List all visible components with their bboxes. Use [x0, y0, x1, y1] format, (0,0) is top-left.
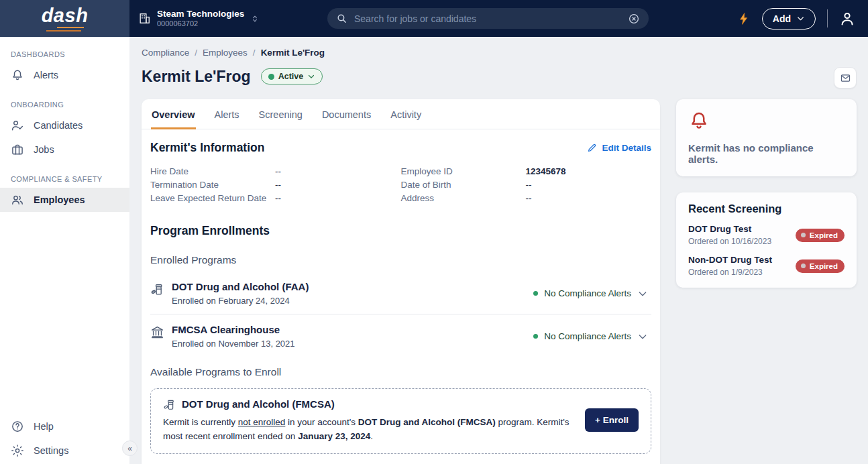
chevron-updown-icon — [250, 13, 260, 25]
screening-name: Non-DOT Drug Test — [688, 255, 772, 265]
tab-documents[interactable]: Documents — [321, 99, 372, 129]
field-hire-date: Hire Date -- — [150, 165, 401, 178]
info-fields: Hire Date -- Termination Date -- Leave E… — [150, 165, 651, 205]
app-logo[interactable]: dash — [0, 0, 129, 37]
badge-dot-icon — [801, 264, 806, 268]
sidebar-item-candidates[interactable]: Candidates — [0, 113, 129, 137]
field-label: Termination Date — [150, 178, 275, 192]
pill-bottle-icon — [163, 398, 176, 411]
chevron-down-icon[interactable] — [637, 331, 648, 342]
field-value: -- — [275, 165, 281, 178]
enroll-button[interactable]: + Enroll — [585, 408, 639, 432]
chevron-down-icon — [796, 14, 805, 23]
logo-text: dash — [42, 6, 89, 25]
compliance-alerts-card: Kermit has no compliance alerts. — [676, 99, 857, 176]
tab-overview[interactable]: Overview — [151, 99, 196, 129]
program-name: FMCSA Clearinghouse — [172, 324, 295, 335]
building-icon — [138, 12, 151, 25]
bell-icon — [11, 68, 24, 82]
field-date-of-birth: Date of Birth -- — [401, 178, 652, 192]
edit-details-button[interactable]: Edit Details — [587, 143, 651, 153]
available-program-card: DOT Drug and Alcohol (FMCSA) Kermit is c… — [150, 388, 651, 454]
recent-screening-heading: Recent Screening — [688, 202, 845, 215]
global-search[interactable] — [327, 8, 649, 29]
breadcrumb: Compliance / Employees / Kermit Le'Frog — [142, 46, 857, 59]
sidebar-item-employees[interactable]: Employees — [0, 188, 129, 212]
sidebar-section-dashboards: DASHBOARDS Alerts — [0, 45, 129, 87]
screening-ordered-date: Ordered on 1/9/2023 — [688, 268, 772, 277]
info-heading: Kermit's Information — [150, 141, 264, 155]
available-program-name: DOT Drug and Alcohol (FMCSA) — [182, 398, 335, 410]
screening-item-dot-drug-test: DOT Drug Test Ordered on 10/16/2023 Expi… — [688, 224, 845, 246]
main-content: Compliance / Employees / Kermit Le'Frog … — [129, 37, 868, 464]
field-value: -- — [275, 192, 281, 205]
sidebar-item-help[interactable]: Help — [0, 414, 129, 439]
sidebar-collapse-button[interactable] — [122, 441, 138, 456]
page-title: Kermit Le'Frog — [142, 68, 251, 86]
sidebar-section-onboarding: ONBOARDING Candidates — [0, 87, 129, 162]
chevron-down-icon[interactable] — [637, 288, 648, 299]
program-status-text: No Compliance Alerts — [544, 331, 631, 341]
sidebar-item-alerts[interactable]: Alerts — [0, 63, 129, 87]
section-label: DASHBOARDS — [0, 45, 129, 63]
available-programs-heading: Available Programs to Enroll — [150, 366, 651, 378]
sidebar-item-jobs[interactable]: Jobs — [0, 137, 129, 162]
company-id: 0000063702 — [157, 19, 244, 28]
green-status-dot-icon — [533, 291, 538, 296]
tab-activity[interactable]: Activity — [390, 99, 422, 129]
breadcrumb-compliance[interactable]: Compliance — [142, 48, 189, 58]
lightning-icon[interactable] — [737, 11, 751, 27]
email-button[interactable] — [834, 67, 857, 89]
available-program-description: Kermit is currently not enrolled in your… — [163, 416, 574, 444]
topbar-divider — [827, 9, 828, 27]
sidebar-item-label: Help — [34, 421, 54, 432]
screening-name: DOT Drug Test — [688, 224, 771, 234]
status-badge[interactable]: Active — [261, 68, 323, 84]
sidebar: DASHBOARDS Alerts ONBOARDING — [0, 37, 129, 464]
enrolled-programs-heading: Enrolled Programs — [150, 254, 651, 266]
no-alerts-message: Kermit has no compliance alerts. — [688, 142, 845, 165]
enrolled-programs-list: DOT Drug and Alcohol (FAA) Enrolled on F… — [150, 272, 651, 357]
company-name: Steam Technologies — [157, 9, 244, 19]
recent-screening-card: Recent Screening DOT Drug Test Ordered o… — [676, 192, 857, 288]
screening-item-non-dot-drug-test: Non-DOT Drug Test Ordered on 1/9/2023 Ex… — [688, 255, 845, 277]
field-value: -- — [526, 178, 532, 192]
account-icon[interactable] — [839, 11, 855, 27]
field-label: Employee ID — [401, 165, 526, 178]
sidebar-item-label: Alerts — [34, 70, 58, 80]
program-row-fmcsa-clearinghouse: FMCSA Clearinghouse Enrolled on November… — [150, 314, 651, 357]
breadcrumb-separator: / — [195, 48, 197, 58]
field-value: 12345678 — [526, 165, 566, 178]
search-input[interactable] — [354, 13, 621, 24]
sidebar-item-settings[interactable]: Settings — [0, 439, 129, 463]
sidebar-footer: Help Settings — [0, 414, 129, 464]
sidebar-item-label: Jobs — [34, 144, 54, 155]
breadcrumb-current: Kermit Le'Frog — [261, 48, 325, 58]
clear-search-icon[interactable] — [628, 13, 640, 25]
sidebar-item-label: Employees — [34, 194, 85, 205]
chevron-down-icon — [307, 72, 315, 80]
topbar-main: Steam Technologies 0000063702 — [129, 0, 868, 37]
tab-screening[interactable]: Screening — [258, 99, 303, 129]
page-header: Kermit Le'Frog Active — [142, 65, 857, 88]
add-button-label: Add — [773, 13, 791, 24]
company-selector[interactable]: Steam Technologies 0000063702 — [138, 9, 260, 28]
badge-label: Expired — [810, 262, 838, 270]
program-row-dot-faa: DOT Drug and Alcohol (FAA) Enrolled on F… — [150, 272, 651, 314]
screening-ordered-date: Ordered on 10/16/2023 — [688, 237, 771, 246]
expired-badge: Expired — [796, 259, 845, 273]
add-button[interactable]: Add — [762, 8, 816, 30]
sidebar-item-label: Candidates — [34, 120, 83, 131]
pencil-icon — [587, 143, 597, 153]
breadcrumb-employees[interactable]: Employees — [203, 48, 248, 58]
users-icon — [11, 193, 24, 207]
program-enrolled-date: Enrolled on February 24, 2024 — [172, 296, 309, 306]
breadcrumb-separator: / — [253, 48, 256, 58]
topbar: dash Steam Technologies 0000063702 — [0, 0, 868, 37]
tab-alerts[interactable]: Alerts — [214, 99, 240, 129]
field-leave-return-date: Leave Expected Return Date -- — [150, 192, 401, 205]
logo-underline-decoration — [46, 27, 84, 32]
envelope-icon — [840, 72, 851, 84]
red-bell-icon — [688, 109, 845, 132]
program-enrollments-heading: Program Enrollments — [150, 224, 651, 238]
